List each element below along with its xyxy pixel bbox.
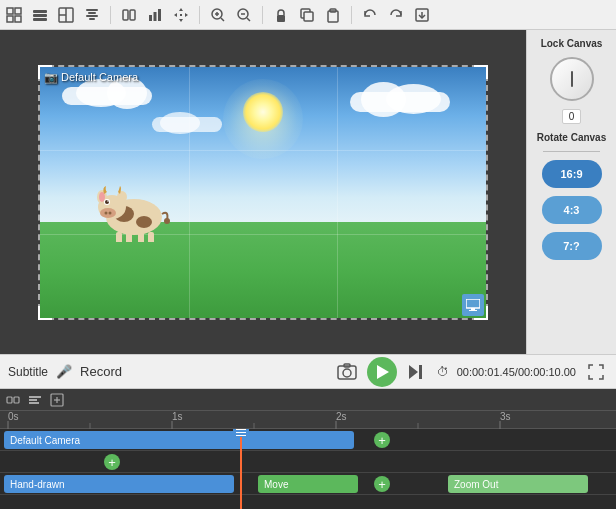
playhead-head [233,429,249,437]
clip-move[interactable]: Move [258,475,358,493]
svg-rect-67 [29,402,39,404]
cloud-3-puff [160,112,200,134]
rotate-canvas-label: Rotate Canvas [537,132,606,143]
add-btn-empty[interactable]: + [104,454,120,470]
clip-hand-drawn[interactable]: Hand-drawn [4,475,234,493]
copy-icon[interactable] [297,5,317,25]
rotate-value[interactable]: 0 [562,109,582,124]
separator-4 [351,6,352,24]
ruler-marks: 0s 1s 2s 3s [4,411,616,429]
svg-rect-1 [15,8,21,14]
svg-rect-66 [29,399,37,401]
svg-rect-53 [148,232,154,242]
svg-rect-57 [469,310,477,311]
svg-rect-56 [471,308,475,310]
svg-point-45 [104,212,107,215]
svg-marker-19 [179,8,183,11]
main-toolbar [0,0,616,30]
aspect-16-9-button[interactable]: 16:9 [542,160,602,188]
svg-rect-17 [154,12,157,21]
svg-rect-4 [33,10,47,13]
svg-rect-14 [123,10,128,20]
playhead[interactable] [240,429,242,509]
panel-divider-1 [543,151,600,152]
align-icon[interactable] [82,5,102,25]
svg-rect-23 [180,14,182,16]
right-panel: Lock Canvas 0 Rotate Canvas 16:9 4:3 7:? [526,30,616,354]
playhead-line-3 [236,435,246,436]
tl-icon-2[interactable] [26,391,44,409]
distribute-icon[interactable] [119,5,139,25]
corner-tl [38,65,52,79]
svg-rect-65 [29,396,41,398]
camera-label: 📷 Default Camera [44,71,138,84]
svg-point-59 [343,369,351,377]
tl-icon-3[interactable] [48,391,66,409]
svg-rect-0 [7,8,13,14]
svg-rect-11 [88,12,96,14]
svg-rect-15 [130,10,135,20]
timeline-ruler: 0s 1s 2s 3s [0,411,616,429]
svg-rect-18 [158,9,161,21]
cloud-2-puff2 [361,82,406,117]
grid-icon[interactable] [4,5,24,25]
time-display: 00:00:01.45/00:00:10.00 [457,366,576,378]
tl-icon-1[interactable] [4,391,22,409]
separator-1 [110,6,111,24]
aspect-4-3-button[interactable]: 4:3 [542,196,602,224]
layout-icon[interactable] [56,5,76,25]
skip-forward-icon[interactable] [405,360,429,384]
canvas-wrapper: 📷 Default Camera [0,30,526,354]
redo-icon[interactable] [386,5,406,25]
layers-icon[interactable] [30,5,50,25]
chart-icon[interactable] [145,5,165,25]
timeline-toolbar [0,389,616,411]
screenshot-icon[interactable] [335,360,359,384]
svg-rect-51 [126,232,132,242]
sun [243,92,283,132]
lock-icon[interactable] [271,5,291,25]
svg-point-49 [107,200,109,202]
lock-canvas-label: Lock Canvas [541,38,603,49]
clip-zoom-out[interactable]: Zoom Out [448,475,588,493]
playhead-line-2 [236,432,246,433]
cow-character [94,172,174,242]
add-btn-camera[interactable]: + [374,432,390,448]
play-triangle [377,365,389,379]
zoom-out-icon[interactable] [234,5,254,25]
add-btn-handdrawn[interactable]: + [374,476,390,492]
paste-icon[interactable] [323,5,343,25]
svg-rect-6 [33,18,47,21]
svg-marker-20 [179,19,183,22]
expand-icon[interactable] [584,360,608,384]
svg-rect-50 [116,232,122,242]
svg-line-29 [247,18,250,21]
svg-point-43 [117,191,127,203]
svg-rect-16 [149,15,152,21]
separator-2 [199,6,200,24]
timeline-area: 0s 1s 2s 3s Default Camera + [0,389,616,509]
export-icon[interactable] [412,5,432,25]
status-bar: Subtitle 🎤 Record ⏱ 00:00:01.45/00:00:10… [0,354,616,389]
svg-marker-21 [174,13,177,17]
mic-icon[interactable]: 🎤 [56,364,72,379]
record-label[interactable]: Record [80,364,122,379]
undo-icon[interactable] [360,5,380,25]
svg-rect-63 [7,397,12,403]
svg-rect-10 [86,9,98,11]
monitor-icon[interactable] [462,294,484,316]
main-area: 📷 Default Camera Lock Canvas [0,30,616,354]
timeline-tracks: Default Camera + + Hand-drawn Move + Zoo… [0,429,616,509]
play-button[interactable] [367,357,397,387]
clip-default-camera[interactable]: Default Camera [4,431,354,449]
aspect-7-9-button[interactable]: 7:? [542,232,602,260]
svg-rect-31 [277,15,285,22]
move-icon[interactable] [171,5,191,25]
canvas-container[interactable]: 📷 Default Camera [38,65,488,320]
canvas-scene: 📷 Default Camera [40,67,486,318]
svg-rect-64 [14,397,19,403]
rotate-dial[interactable] [550,57,594,101]
playhead-line-1 [236,429,246,430]
separator-3 [262,6,263,24]
zoom-in-icon[interactable] [208,5,228,25]
